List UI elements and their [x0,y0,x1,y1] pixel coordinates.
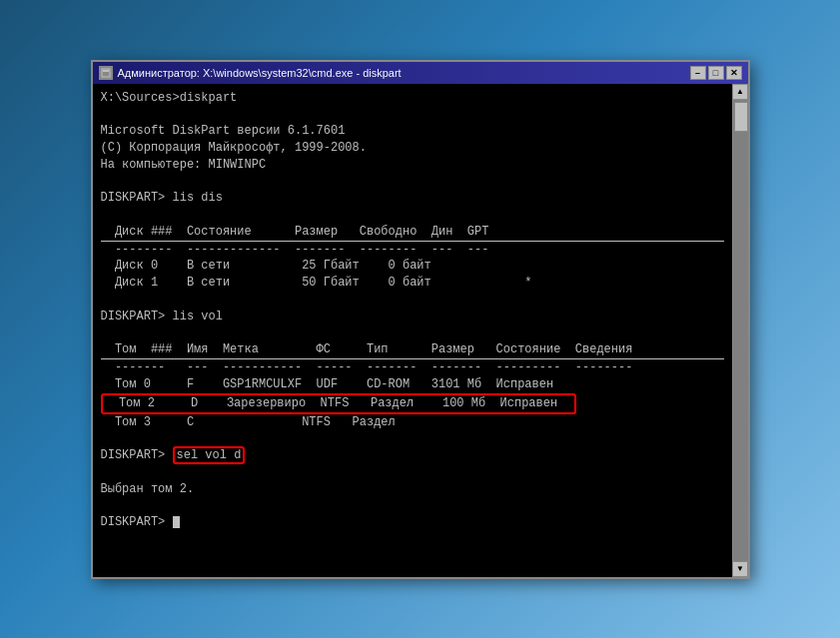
terminal-line [101,106,724,123]
window-title: Администратор: X:\windows\system32\cmd.e… [118,67,690,79]
terminal-line [101,292,724,309]
terminal-line: (С) Корпорация Майкрософт, 1999-2008. [101,140,724,157]
terminal-line [101,430,724,447]
table-header-dis: Диск ### Состояние Размер Свободно Дин G… [101,224,724,242]
terminal-line: Диск 0 В сети 25 Гбайт 0 байт [101,258,724,275]
window-controls: – □ ✕ [690,66,742,80]
terminal-line [101,464,724,481]
minimize-button[interactable]: – [690,66,706,80]
scroll-down-button[interactable]: ▼ [732,561,748,577]
terminal-line [101,498,724,515]
vol-row-2: Том 2 D Зарезервиро NTFS Раздел 100 Мб И… [101,393,724,414]
vol-row-0: Том 0 F GSP1RMCULXF UDF CD-ROM 3101 Мб И… [101,376,724,393]
content-area: X:\Sources>diskpart Microsoft DiskPart в… [93,84,748,577]
terminal-line: DISKPART> lis vol [101,309,724,325]
scrollbar[interactable]: ▲ ▼ [732,84,748,577]
vol-row-3: Том 3 C NTFS Раздел [101,414,724,431]
terminal-line: X:\Sources>diskpart [101,90,724,107]
terminal-line: Выбран том 2. [101,481,724,498]
terminal-line: Диск 1 В сети 50 Гбайт 0 байт * [101,275,724,292]
cmd-window: Администратор: X:\windows\system32\cmd.e… [91,60,750,579]
maximize-button[interactable]: □ [708,66,724,80]
scroll-up-button[interactable]: ▲ [732,84,748,100]
terminal-prompt: DISKPART> [101,514,724,531]
selected-volume-highlight: Том 2 D Зарезервиро NTFS Раздел 100 Мб И… [101,393,576,414]
terminal-line: Microsoft DiskPart версии 6.1.7601 [101,123,724,140]
window-icon [99,66,113,80]
diskpart-cmd-line: DISKPART> sel vol d [101,447,724,464]
terminal-line: -------- ------------- ------- -------- … [101,242,724,259]
terminal-line: ------- --- ----------- ----- ------- --… [101,359,724,376]
title-bar: Администратор: X:\windows\system32\cmd.e… [93,62,748,84]
terminal-line [101,207,724,224]
terminal-line: На компьютере: MINWINPC [101,157,724,174]
scrollbar-track[interactable] [733,100,748,561]
terminal-line [101,325,724,342]
terminal-line: DISKPART> lis dis [101,190,724,207]
svg-rect-1 [103,70,109,72]
cursor [173,516,180,528]
close-button[interactable]: ✕ [726,66,742,80]
terminal-output[interactable]: X:\Sources>diskpart Microsoft DiskPart в… [93,84,732,577]
sel-vol-command: sel vol d [173,446,246,464]
table-header-vol: Том ### Имя Метка ФС Тип Размер Состояни… [101,341,724,359]
terminal-line [101,173,724,190]
scrollbar-thumb[interactable] [734,102,748,132]
